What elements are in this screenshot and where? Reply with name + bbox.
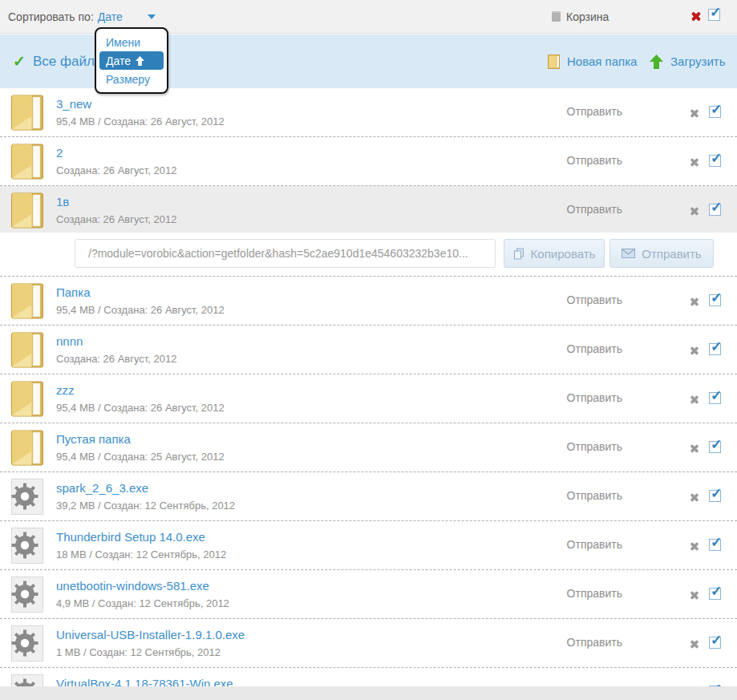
file-meta: 18 МВ / Создан: 12 Сентябрь, 2012 (56, 548, 226, 560)
send-link[interactable]: Отправить (567, 105, 622, 118)
upload-label: Загрузить (670, 55, 726, 68)
row-checkbox[interactable] (709, 588, 721, 600)
folder-icon (11, 192, 43, 232)
send-link[interactable]: Отправить (567, 154, 622, 167)
row-delete-icon[interactable] (690, 395, 699, 405)
file-row: unetbootin-windows-581.exe 4,9 МВ / Созд… (0, 570, 737, 619)
file-meta: 1 МВ / Создан: 12 Сентябрь, 2012 (56, 646, 221, 658)
delete-all-icon[interactable] (690, 11, 701, 22)
file-name-link[interactable]: nnnn (56, 334, 83, 348)
send-link[interactable]: Отправить (567, 342, 622, 355)
row-delete-icon[interactable] (690, 640, 699, 649)
file-meta: 39,2 МВ / Создан: 12 Сентябрь, 2012 (56, 500, 235, 512)
file-row: nnnn Создана: 26 Август, 2012 Отправить (0, 326, 737, 374)
row-checkbox[interactable] (709, 204, 721, 216)
sort-value[interactable]: Дате (98, 10, 123, 23)
sort-menu-item-label: Дате (106, 55, 131, 67)
sort-dropdown-arrow-icon[interactable] (148, 14, 156, 19)
sort-menu-item-size[interactable]: Размеру (96, 70, 167, 88)
file-row: zzz 95,4 МВ / Создана: 26 Август, 2012 О… (0, 374, 737, 423)
folder-icon (11, 95, 43, 134)
send-link[interactable]: Отправить (567, 293, 622, 306)
row-delete-icon[interactable] (690, 207, 699, 216)
file-row: Thunderbird Setup 14.0.exe 18 МВ / Созда… (0, 521, 737, 570)
copy-icon (513, 248, 524, 260)
sort-asc-icon (136, 56, 144, 66)
send-link[interactable]: Отправить (567, 489, 622, 502)
file-meta: 95,4 МВ / Создана: 26 Август, 2012 (56, 304, 225, 316)
send-link[interactable]: Отправить (567, 440, 622, 453)
file-row: Universal-USB-Installer-1.9.1.0.exe 1 МВ… (0, 619, 737, 668)
file-name-link[interactable]: Пустая папка (56, 432, 131, 446)
file-meta: 95,4 МВ / Создана: 25 Август, 2012 (56, 451, 225, 463)
new-folder-label: Новая папка (567, 55, 637, 68)
file-row: spark_2_6_3.exe 39,2 МВ / Создан: 12 Сен… (0, 472, 737, 521)
all-files-link[interactable]: ✓ Все файлы (13, 34, 104, 88)
row-checkbox[interactable] (709, 294, 721, 306)
file-name-link[interactable]: zzz (56, 383, 75, 397)
row-checkbox[interactable] (709, 392, 721, 404)
sort-label: Сортировать по: (8, 10, 94, 23)
row-checkbox[interactable] (709, 539, 721, 551)
file-name-link[interactable]: unetbootin-windows-581.exe (56, 579, 209, 593)
row-checkbox[interactable] (709, 490, 721, 502)
send-link[interactable]: Отправить (567, 587, 622, 600)
upload-button[interactable]: Загрузить (650, 34, 726, 88)
sort-menu-item-label: Размеру (106, 73, 150, 86)
all-files-label: Все файлы (33, 54, 104, 70)
file-row: 2 Создана: 26 Август, 2012 Отправить (0, 137, 737, 186)
send-link[interactable]: Отправить (567, 538, 622, 551)
file-row: 3_new 95,4 МВ / Создана: 26 Август, 2012… (0, 88, 737, 137)
trash-link[interactable]: Корзина (552, 0, 609, 34)
file-meta: 95,4 МВ / Создана: 26 Август, 2012 (56, 402, 225, 414)
folder-icon (11, 332, 43, 371)
file-name-link[interactable]: 3_new (56, 97, 91, 111)
sort-menu-item-date[interactable]: Дате (99, 51, 164, 70)
send-link-button[interactable]: Отправить (609, 239, 714, 268)
file-meta: Создана: 26 Август, 2012 (56, 213, 177, 225)
copy-link-button[interactable]: Копировать (504, 239, 605, 268)
file-meta: 4,9 МВ / Создан: 12 Сентябрь, 2012 (56, 597, 229, 609)
new-folder-button[interactable]: Новая папка (548, 34, 637, 88)
file-meta: Создана: 26 Август, 2012 (56, 353, 177, 365)
row-delete-icon[interactable] (690, 297, 699, 307)
folder-icon (11, 144, 43, 183)
row-checkbox[interactable] (709, 155, 721, 167)
file-name-link[interactable]: Thunderbird Setup 14.0.exe (56, 530, 205, 544)
row-delete-icon[interactable] (690, 346, 699, 356)
send-link[interactable]: Отправить (567, 391, 622, 404)
row-delete-icon[interactable] (690, 444, 699, 454)
exe-gear-icon (11, 528, 43, 567)
file-list: 3_new 95,4 МВ / Создана: 26 Август, 2012… (0, 88, 737, 700)
row-delete-icon[interactable] (690, 493, 699, 503)
row-delete-icon[interactable] (690, 591, 699, 601)
file-name-link[interactable]: Папка (56, 285, 90, 299)
row-delete-icon[interactable] (690, 542, 699, 552)
folder-icon (11, 283, 43, 322)
send-link[interactable]: Отправить (567, 203, 622, 216)
sort-menu-item-name[interactable]: Имени (96, 33, 167, 51)
file-name-link[interactable]: 2 (56, 146, 63, 160)
sort-menu: Имени Дате Размеру (95, 27, 168, 94)
copy-link-label: Копировать (531, 247, 596, 261)
row-delete-icon[interactable] (690, 109, 699, 119)
all-files-check-icon: ✓ (13, 54, 26, 69)
file-row: Пустая папка 95,4 МВ / Создана: 25 Авгус… (0, 423, 737, 472)
row-delete-icon[interactable] (690, 158, 699, 168)
envelope-icon (622, 249, 635, 258)
send-link[interactable]: Отправить (567, 636, 622, 649)
row-checkbox[interactable] (709, 343, 721, 355)
trash-label: Корзина (566, 10, 609, 23)
select-all-checkbox[interactable] (708, 9, 720, 21)
exe-gear-icon (11, 625, 43, 665)
file-name-link[interactable]: Universal-USB-Installer-1.9.1.0.exe (56, 628, 245, 641)
sort-menu-item-label: Имени (106, 36, 140, 49)
row-checkbox[interactable] (709, 637, 721, 649)
exe-gear-icon (11, 577, 43, 616)
file-meta: 95,4 МВ / Создана: 26 Август, 2012 (56, 115, 225, 127)
row-checkbox[interactable] (709, 441, 721, 453)
row-checkbox[interactable] (709, 106, 721, 118)
file-name-link[interactable]: 1в (56, 195, 69, 208)
share-url-input[interactable] (75, 239, 496, 268)
file-name-link[interactable]: spark_2_6_3.exe (56, 481, 148, 495)
